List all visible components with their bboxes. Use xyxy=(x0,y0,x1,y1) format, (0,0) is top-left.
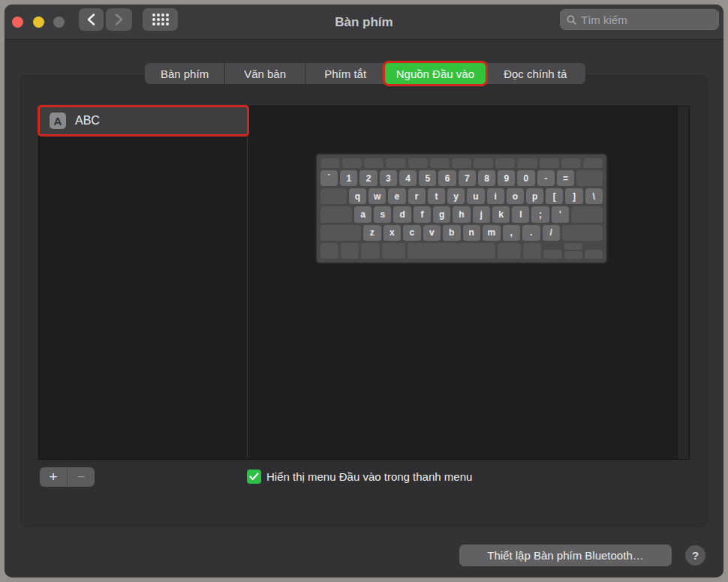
key-blank xyxy=(583,158,603,168)
key-4: 4 xyxy=(399,170,417,186)
search-placeholder: Tìm kiếm xyxy=(581,14,627,26)
key-d: d xyxy=(393,206,411,222)
key-blank xyxy=(320,225,361,241)
show-input-menu-row: Hiển thị menu Đầu vào trong thanh menu xyxy=(247,470,472,484)
key-blank xyxy=(408,158,428,168)
screenshot-background: Bàn phím Tìm kiếm Bàn phím Văn bản Phím … xyxy=(0,0,728,582)
key-o: o xyxy=(507,188,524,204)
key-b: b xyxy=(443,225,461,241)
search-icon xyxy=(567,15,576,25)
key-.: . xyxy=(522,225,540,241)
key-blank xyxy=(320,243,338,259)
key-1: 1 xyxy=(340,170,357,186)
show-input-menu-checkbox[interactable] xyxy=(247,470,261,484)
key-blank xyxy=(474,158,493,168)
key-blank xyxy=(495,158,515,168)
add-input-source-button[interactable]: + xyxy=(40,467,67,487)
key-blank xyxy=(430,158,450,168)
key-blank xyxy=(361,243,379,259)
key-x: x xyxy=(384,225,402,241)
key--: - xyxy=(537,170,555,186)
key-g: g xyxy=(433,206,450,222)
key-w: w xyxy=(369,188,386,204)
key-c: c xyxy=(403,225,421,241)
keyboard-row xyxy=(320,243,603,259)
key-blank xyxy=(382,243,406,259)
key-/: / xyxy=(543,225,561,241)
keyboard-layout-icon: A xyxy=(50,112,66,129)
key-a: a xyxy=(354,206,372,222)
keyboard-row: qwertyuiop[]\ xyxy=(320,188,603,204)
key-9: 9 xyxy=(498,170,515,186)
keyboard-row: zxcvbnm,./ xyxy=(320,225,603,241)
key-blank xyxy=(320,188,347,204)
bluetooth-keyboard-setup-button[interactable]: Thiết lập Bàn phím Bluetooth… xyxy=(459,544,672,566)
keyboard-preview: `1234567890-=qwertyuiop[]\asdfghjkl;'zxc… xyxy=(315,153,608,264)
key-blank xyxy=(498,243,522,259)
key-t: t xyxy=(428,188,445,204)
search-input[interactable]: Tìm kiếm xyxy=(560,9,719,30)
key-blank xyxy=(561,158,581,168)
title-bar: Bàn phím Tìm kiếm xyxy=(5,4,723,40)
input-source-label: ABC xyxy=(75,114,100,128)
key-j: j xyxy=(473,206,490,222)
add-remove-control: + − xyxy=(40,467,95,487)
key-l: l xyxy=(512,206,529,222)
input-sources-panel: A ABC `1234567890-=qwertyuiop[]\asdfghjk… xyxy=(20,75,708,527)
key-e: e xyxy=(388,188,405,204)
key-blank xyxy=(341,243,359,259)
key-blank xyxy=(543,250,561,259)
key-2: 2 xyxy=(359,170,377,186)
key-': ' xyxy=(552,206,569,222)
key-z: z xyxy=(363,225,381,241)
key-[: [ xyxy=(546,188,563,204)
key-5: 5 xyxy=(419,170,436,186)
key-8: 8 xyxy=(478,170,495,186)
key-q: q xyxy=(349,188,366,204)
show-input-menu-label: Hiển thị menu Đầu vào trong thanh menu xyxy=(266,470,472,483)
help-button[interactable]: ? xyxy=(685,545,705,566)
input-source-list: A ABC xyxy=(39,106,248,459)
key-3: 3 xyxy=(380,170,397,186)
key-6: 6 xyxy=(438,170,456,186)
remove-input-source-button: − xyxy=(67,467,95,487)
key-k: k xyxy=(492,206,510,222)
key-blank xyxy=(523,243,541,259)
tab-van-ban[interactable]: Văn bản xyxy=(224,63,305,84)
key-v: v xyxy=(423,225,441,241)
input-source-row-abc[interactable]: A ABC xyxy=(40,107,247,134)
key-;: ; xyxy=(531,206,549,222)
input-sources-box: A ABC `1234567890-=qwertyuiop[]\asdfghjk… xyxy=(38,106,690,460)
key-\: \ xyxy=(585,188,603,204)
key-n: n xyxy=(463,225,481,241)
keyboard-row xyxy=(320,158,603,168)
checkmark-icon xyxy=(249,472,259,481)
key-p: p xyxy=(526,188,543,204)
key-y: y xyxy=(447,188,465,204)
key-0: 0 xyxy=(517,170,534,186)
key-`: ` xyxy=(320,170,338,186)
tab-doc-chinh-ta[interactable]: Đọc chính tả xyxy=(486,63,585,84)
key-r: r xyxy=(408,188,426,204)
key-arrow-updown xyxy=(564,243,582,259)
key-,: , xyxy=(503,225,521,241)
key-blank xyxy=(562,225,603,241)
key-blank xyxy=(320,206,352,222)
key-blank xyxy=(540,158,559,168)
keyboard-row: `1234567890-= xyxy=(320,170,603,186)
key-blank xyxy=(452,158,471,168)
key-blank xyxy=(386,158,405,168)
tab-phim-tat[interactable]: Phím tắt xyxy=(305,63,385,84)
key-blank xyxy=(408,243,495,259)
tab-ban-phim[interactable]: Bàn phím xyxy=(145,63,224,84)
key-=: = xyxy=(557,170,574,186)
key-blank xyxy=(342,158,362,168)
scrollbar-track[interactable] xyxy=(677,106,689,459)
key-f: f xyxy=(414,206,431,222)
key-s: s xyxy=(374,206,391,222)
key-blank xyxy=(585,250,603,259)
key-blank xyxy=(576,170,603,186)
key-h: h xyxy=(453,206,470,222)
tab-nguon-dau-vao[interactable]: Nguồn Đầu vào xyxy=(385,63,485,84)
key-i: i xyxy=(487,188,504,204)
